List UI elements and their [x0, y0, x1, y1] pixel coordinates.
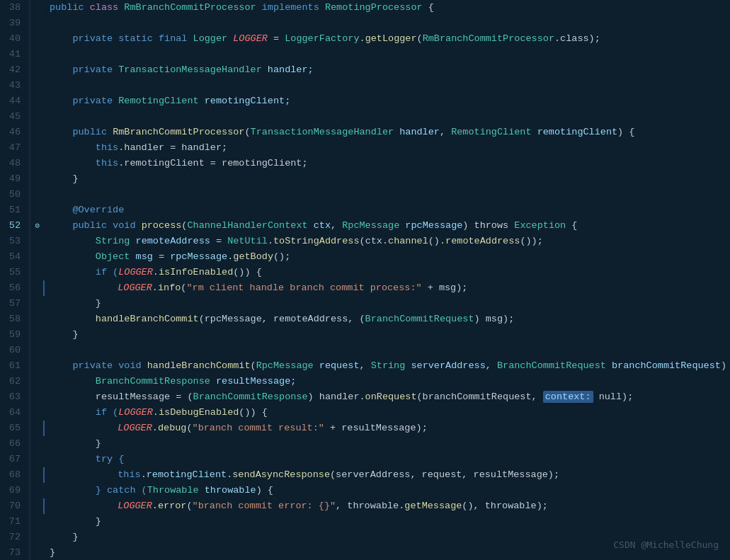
gutter-icon: ⚙: [30, 218, 44, 234]
code-token: isDebugEnabled: [159, 407, 239, 418]
table-row: 40 private static final Logger LOGGER = …: [0, 31, 730, 47]
code-token: void: [113, 220, 142, 231]
code-token: Object: [50, 251, 136, 262]
line-number: 42: [0, 62, 30, 78]
line-number: 44: [0, 93, 30, 109]
line-number: 39: [0, 16, 30, 31]
gutter-icon: [30, 483, 44, 498]
code-token: ) {: [617, 127, 634, 137]
code-token: RemotingProcessor: [325, 2, 423, 13]
line-number: 70: [0, 498, 30, 514]
code-token: RpcMessage: [256, 360, 319, 371]
code-token: .: [152, 423, 158, 433]
line-number: 66: [0, 436, 30, 452]
gutter-icon: [30, 140, 44, 156]
code-token: BranchCommitResponse: [193, 392, 308, 402]
code-token: remoteAddress: [445, 236, 520, 246]
line-content: public RmBranchCommitProcessor(Transacti…: [44, 125, 730, 140]
code-token: Throwable: [147, 485, 205, 496]
gutter-icon: [30, 389, 44, 405]
table-row: 47 this.handler = handler;: [0, 140, 730, 156]
gutter-icon: [30, 265, 44, 280]
code-token: ChannelHandlerContext: [187, 220, 313, 231]
code-token: ctx: [314, 220, 331, 231]
table-row: 57 }: [0, 296, 730, 312]
line-number: 72: [0, 530, 30, 545]
code-token: RpcMessage: [342, 220, 405, 231]
line-content: this.remotingClient = remotingClient;: [44, 156, 730, 171]
code-token: RmBranchCommitProcessor: [113, 127, 244, 137]
code-token: debug: [158, 423, 187, 433]
code-token: serverAddress: [411, 360, 485, 371]
code-token: ,: [440, 127, 451, 137]
table-row: 55 if (LOGGER.isInfoEnabled()) {: [0, 265, 730, 280]
table-row: 61 private void handleBranchCommit(RpcMe…: [0, 358, 730, 374]
code-token: rpcMessage: [405, 220, 462, 231]
code-token: .: [152, 282, 158, 293]
code-token: + msg);: [422, 282, 468, 293]
line-number: 46: [0, 125, 30, 140]
line-number: 61: [0, 358, 30, 374]
table-row: 46 public RmBranchCommitProcessor(Transa…: [0, 125, 730, 140]
code-token: ,: [486, 360, 497, 371]
gutter-icon: [30, 187, 44, 202]
line-number: 52: [0, 218, 30, 234]
code-token: }: [50, 438, 101, 449]
table-row: 38public class RmBranchCommitProcessor i…: [0, 0, 730, 16]
code-token: @Override: [72, 205, 124, 215]
code-token: error: [158, 501, 187, 511]
gutter-icon: [30, 530, 44, 545]
line-content: BranchCommitResponse resultMessage;: [44, 374, 730, 389]
line-content: if (LOGGER.isInfoEnabled()) {: [44, 265, 730, 280]
line-content: private static final Logger LOGGER = Log…: [44, 31, 730, 47]
line-number: 59: [0, 327, 30, 343]
table-row: 56 LOGGER.info("rm client handle branch …: [0, 280, 730, 296]
line-number: 54: [0, 249, 30, 265]
code-token: (: [186, 423, 192, 433]
code-token: ,: [331, 220, 342, 231]
code-token: ) msg);: [474, 314, 515, 324]
code-token: }: [50, 329, 79, 340]
line-content: private TransactionMessageHandler handle…: [44, 62, 730, 78]
code-token: channel: [388, 236, 428, 246]
code-token: LOGGER: [118, 267, 153, 278]
code-token: }: [50, 298, 101, 309]
code-token: handleBranchCommit: [96, 314, 199, 324]
code-token: LoggerFactory: [285, 33, 359, 44]
code-token: NetUtil: [227, 236, 268, 246]
gutter-icon: [30, 421, 44, 436]
code-token: "branch commit error: {}": [193, 501, 336, 511]
line-number: 56: [0, 280, 30, 296]
code-token: private: [50, 360, 118, 371]
code-token: + resultMessage);: [324, 423, 428, 433]
line-content: public class RmBranchCommitProcessor imp…: [44, 0, 730, 16]
code-token: process: [142, 220, 182, 231]
code-token: (), throwable);: [462, 501, 548, 511]
gutter-icon: [30, 374, 44, 389]
line-content: }: [44, 514, 730, 530]
code-token: RmBranchCommitProcessor: [124, 2, 261, 13]
code-token: onRequest: [365, 392, 417, 402]
code-token: handler: [399, 127, 440, 137]
table-row: 71 }: [0, 514, 730, 530]
code-token: RemotingClient: [118, 96, 205, 106]
code-token: rpcMessage: [170, 251, 227, 262]
line-content: @Override: [44, 202, 730, 218]
code-token: BranchCommitRequest: [497, 360, 612, 371]
code-token: BranchCommitRequest: [365, 314, 474, 324]
code-token: =: [153, 251, 170, 262]
code-token: (: [186, 501, 192, 511]
code-token: this: [50, 158, 118, 168]
line-content: Object msg = rpcMessage.getBody();: [44, 249, 730, 265]
gutter-icon: [30, 467, 44, 483]
gutter-icon: [30, 514, 44, 530]
line-content: }: [44, 327, 730, 343]
line-content: }: [44, 296, 730, 312]
code-token: remotingClient;: [205, 96, 291, 106]
code-token: final: [159, 33, 193, 44]
line-content: [44, 47, 730, 62]
code-token: .: [152, 501, 158, 511]
code-token: ().: [428, 236, 445, 246]
code-token: (: [417, 33, 423, 44]
code-token: private: [50, 33, 118, 44]
